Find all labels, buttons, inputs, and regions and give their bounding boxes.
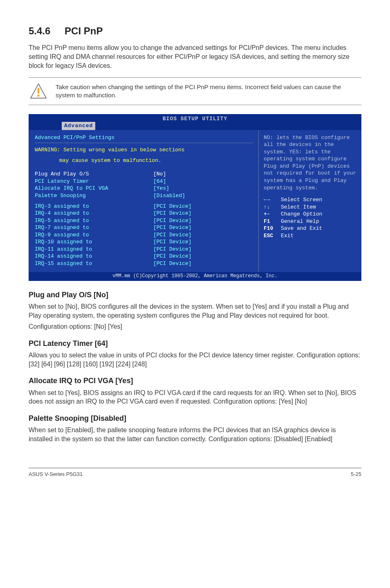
bios-header-title: BIOS SETUP UTILITY [163, 116, 227, 122]
bios-irq-label: IRQ-4 assigned to [35, 210, 153, 217]
bios-irq-row[interactable]: IRQ-10 assigned to[PCI Device] [35, 238, 253, 246]
bios-divider [35, 143, 253, 143]
bios-setting-row[interactable]: Allocate IRQ to PCI VGA[Yes] [35, 185, 253, 192]
bios-tab-advanced[interactable]: Advanced [62, 122, 95, 130]
bios-key-text: Change Option [281, 211, 322, 217]
section-number: 5.4.6 [29, 25, 50, 36]
bios-footer: vMM.mm (C)Copyright 1985-2002, American … [29, 272, 361, 280]
bios-setting-value: [Yes] [153, 185, 169, 192]
bios-key-legend: ←→Select Screen↑↓Select Item+-Change Opt… [264, 196, 357, 239]
bios-top-items: Plug And Play O/S[No]PCI Latency Timer[6… [35, 171, 253, 199]
bios-setting-row[interactable]: Plug And Play O/S[No] [35, 171, 253, 178]
bios-key-text: Save and Exit [281, 225, 322, 231]
section-intro: The PCI PnP menu items allow you to chan… [29, 43, 361, 70]
bios-key-row: F1General Help [264, 218, 357, 225]
bios-irq-label: IRQ-7 assigned to [35, 224, 153, 231]
svg-point-2 [38, 95, 40, 97]
bios-irq-label: IRQ-3 assigned to [35, 203, 153, 210]
bios-key-text: Select Item [281, 204, 316, 210]
bios-warning-line1: WARNING: Setting wrong values in below s… [35, 146, 253, 154]
bios-irq-row[interactable]: IRQ-3 assigned to[PCI Device] [35, 203, 253, 210]
svg-rect-1 [38, 88, 39, 94]
bios-irq-label: IRQ-14 assigned to [35, 253, 153, 260]
item-body: When set to [No], BIOS configures all th… [29, 302, 361, 320]
bios-irq-value: [PCI Device] [153, 238, 192, 246]
bios-key-row: ↑↓Select Item [264, 204, 357, 211]
caution-note: Take caution when changing the settings … [29, 77, 361, 105]
section-heading: 5.4.6 PCI PnP [29, 25, 361, 38]
bios-key: ESC [264, 232, 281, 240]
item-heading: Plug and Play O/S [No] [29, 290, 361, 300]
bios-irq-value: [PCI Device] [153, 210, 192, 217]
bios-irq-value: [PCI Device] [153, 203, 192, 210]
bios-key: ←→ [264, 196, 281, 204]
bios-irq-row[interactable]: IRQ-11 assigned to[PCI Device] [35, 246, 253, 253]
bios-irq-value: [PCI Device] [153, 231, 192, 239]
bios-irq-row[interactable]: IRQ-5 assigned to[PCI Device] [35, 217, 253, 224]
bios-irq-label: IRQ-5 assigned to [35, 217, 153, 224]
bios-irq-row[interactable]: IRQ-9 assigned to[PCI Device] [35, 231, 253, 239]
bios-setting-row[interactable]: Palette Snooping[Disabled] [35, 192, 253, 200]
bios-setting-value: [64] [153, 178, 166, 185]
bios-setting-value: [No] [153, 171, 166, 178]
item-body: When set to [Enabled], the pallete snoop… [29, 426, 361, 443]
bios-irq-value: [PCI Device] [153, 260, 192, 267]
items-container: Plug and Play O/S [No]When set to [No], … [29, 290, 361, 444]
bios-irq-label: IRQ-9 assigned to [35, 231, 153, 239]
caution-text: Take caution when changing the settings … [56, 83, 361, 100]
bios-panel-title: Advanced PCI/PnP Settings [35, 134, 253, 141]
bios-key-row: ESCExit [264, 232, 357, 240]
bios-irq-row[interactable]: IRQ-14 assigned to[PCI Device] [35, 253, 253, 260]
bios-key: F10 [264, 225, 281, 232]
bios-irq-row[interactable]: IRQ-4 assigned to[PCI Device] [35, 210, 253, 217]
bios-irq-row[interactable]: IRQ-7 assigned to[PCI Device] [35, 224, 253, 231]
section-title-text: PCI PnP [65, 25, 103, 36]
bios-irq-items: IRQ-3 assigned to[PCI Device]IRQ-4 assig… [35, 203, 253, 267]
bios-irq-label: IRQ-11 assigned to [35, 246, 153, 253]
bios-setting-label: Palette Snooping [35, 192, 153, 200]
bios-irq-value: [PCI Device] [153, 217, 192, 224]
item-heading: PCI Latency Timer [64] [29, 339, 361, 348]
bios-left-panel: Advanced PCI/PnP Settings WARNING: Setti… [29, 130, 259, 272]
bios-right-panel: NO: lets the BIOS configure all the devi… [259, 130, 361, 272]
bios-irq-value: [PCI Device] [153, 224, 192, 231]
bios-irq-label: IRQ-15 assigned to [35, 260, 153, 267]
bios-setting-label: Plug And Play O/S [35, 171, 153, 178]
bios-header: BIOS SETUP UTILITY Advanced [29, 114, 361, 130]
bios-key-text: Select Screen [281, 197, 322, 203]
footer-left: ASUS V-Series P5G31 [29, 471, 83, 478]
bios-setting-row[interactable]: PCI Latency Timer[64] [35, 178, 253, 185]
bios-irq-row[interactable]: IRQ-15 assigned to[PCI Device] [35, 260, 253, 267]
bios-key-row: ←→Select Screen [264, 196, 357, 204]
bios-body: Advanced PCI/PnP Settings WARNING: Setti… [29, 130, 361, 272]
bios-key: ↑↓ [264, 204, 281, 211]
bios-help-text: NO: lets the BIOS configure all the devi… [264, 134, 357, 191]
bios-key-text: Exit [281, 233, 294, 239]
bios-setting-label: Allocate IRQ to PCI VGA [35, 185, 153, 192]
bios-key-row: +-Change Option [264, 211, 357, 218]
bios-irq-label: IRQ-10 assigned to [35, 238, 153, 246]
caution-icon [29, 83, 48, 100]
item-body: When set to [Yes], BIOS assigns an IRQ t… [29, 388, 361, 406]
bios-irq-value: [PCI Device] [153, 253, 192, 260]
bios-key-row: F10Save and Exit [264, 225, 357, 232]
bios-key-text: General Help [281, 218, 319, 224]
item-config-options: Configuration options: [No] [Yes] [29, 322, 361, 331]
bios-setting-value: [Disabled] [153, 192, 185, 200]
bios-key: +- [264, 211, 281, 218]
bios-irq-value: [PCI Device] [153, 246, 192, 253]
footer-right: 5-25 [351, 471, 361, 478]
bios-setting-label: PCI Latency Timer [35, 178, 153, 185]
bios-warning-line2: may cause system to malfunction. [35, 157, 253, 164]
item-heading: Palette Snooping [Disabled] [29, 413, 361, 423]
bios-key: F1 [264, 218, 281, 225]
bios-screenshot: BIOS SETUP UTILITY Advanced Advanced PCI… [29, 114, 361, 281]
page-footer: ASUS V-Series P5G31 5-25 [29, 468, 361, 478]
item-heading: Allocate IRQ to PCI VGA [Yes] [29, 376, 361, 386]
item-body: Allows you to select the value in units … [29, 351, 361, 368]
